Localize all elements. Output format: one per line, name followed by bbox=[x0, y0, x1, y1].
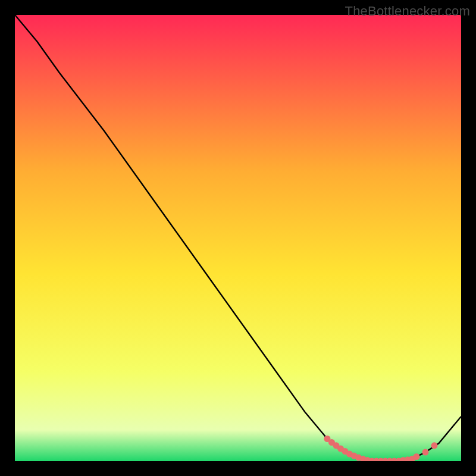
highlight-marker bbox=[422, 449, 429, 456]
watermark-text: TheBottlenecker.com bbox=[345, 4, 470, 19]
bottleneck-chart bbox=[15, 15, 461, 461]
highlight-marker bbox=[414, 453, 420, 460]
gradient-background bbox=[15, 15, 461, 461]
chart-plot-area bbox=[15, 15, 461, 461]
highlight-marker bbox=[431, 442, 438, 449]
